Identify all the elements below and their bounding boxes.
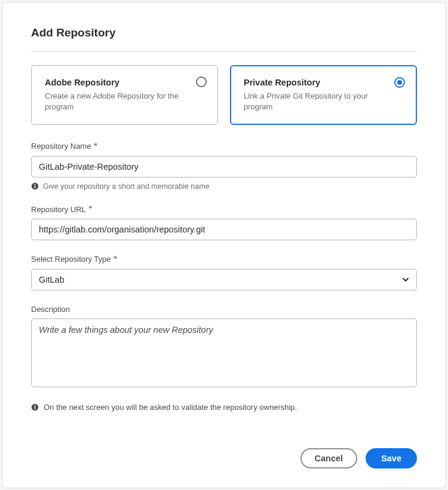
field-description: Description — [31, 304, 417, 390]
divider — [31, 51, 417, 52]
svg-rect-1 — [35, 186, 35, 188]
required-asterisk: * — [113, 255, 117, 264]
label-description: Description — [31, 305, 70, 314]
required-asterisk: * — [88, 204, 93, 214]
field-repo-type: Select Repository Type * GitLab — [31, 253, 417, 290]
label-repo-url: Repository URL * — [31, 204, 93, 214]
svg-point-2 — [35, 184, 36, 185]
info-icon — [31, 403, 39, 411]
field-repo-name: Repository Name * Give your repository a… — [31, 140, 417, 191]
card-adobe-repository[interactable]: Adobe Repository Create a new Adobe Repo… — [31, 65, 218, 125]
info-icon — [31, 182, 39, 190]
ownership-note: On the next screen you will be asked to … — [31, 403, 417, 412]
dialog-buttons: Cancel Save — [300, 448, 417, 468]
card-private-repository[interactable]: Private Repository Link a Private Git Re… — [230, 65, 417, 125]
label-repo-type: Select Repository Type * — [31, 255, 117, 264]
description-textarea[interactable] — [31, 318, 417, 387]
radio-unchecked-icon — [196, 76, 207, 87]
field-repo-url: Repository URL * — [31, 204, 417, 241]
label-repo-name: Repository Name * — [31, 142, 97, 151]
card-desc: Link a Private Git Repository to your pr… — [244, 91, 388, 112]
required-asterisk: * — [93, 142, 97, 151]
repo-url-input[interactable] — [31, 219, 417, 240]
helper-repo-name: Give your repository a short and memorab… — [31, 182, 417, 191]
repo-type-cards: Adobe Repository Create a new Adobe Repo… — [31, 65, 417, 125]
card-title: Private Repository — [244, 78, 388, 87]
svg-point-5 — [35, 405, 36, 406]
svg-rect-4 — [35, 406, 35, 409]
save-button[interactable]: Save — [366, 448, 417, 468]
cancel-button[interactable]: Cancel — [300, 448, 358, 468]
add-repository-dialog: Add Repository Adobe Repository Create a… — [2, 2, 446, 488]
card-title: Adobe Repository — [45, 78, 189, 87]
repo-type-select[interactable]: GitLab — [31, 269, 417, 290]
dialog-title: Add Repository — [31, 26, 417, 39]
radio-checked-icon — [394, 77, 405, 88]
repo-name-input[interactable] — [31, 156, 417, 177]
card-desc: Create a new Adobe Repository for the pr… — [45, 91, 189, 112]
